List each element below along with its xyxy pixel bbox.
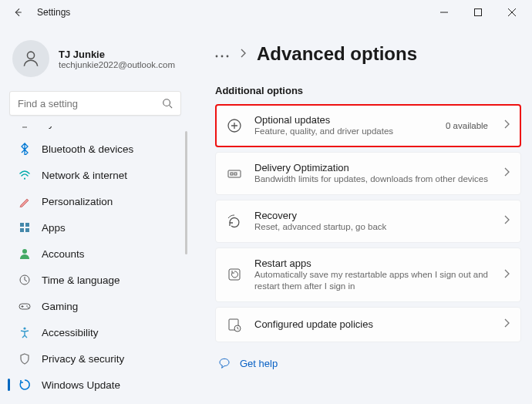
policy-icon xyxy=(227,317,242,332)
sidebar-item-person[interactable]: Accounts xyxy=(6,241,181,267)
search-icon xyxy=(162,98,173,109)
avatar xyxy=(12,40,49,77)
option-title: Configured update policies xyxy=(254,318,491,330)
breadcrumb: Advanced options xyxy=(215,43,521,65)
svg-rect-6 xyxy=(25,223,29,227)
maximize-button[interactable] xyxy=(461,1,495,24)
sidebar-item-wifi[interactable]: Network & internet xyxy=(6,162,181,188)
sidebar-item-brush[interactable]: Personalization xyxy=(6,188,181,214)
clock-icon xyxy=(19,274,31,286)
option-restart[interactable]: Restart appsAutomatically save my restar… xyxy=(215,247,521,302)
option-policy[interactable]: Configured update policies xyxy=(215,307,521,342)
option-title: Restart apps xyxy=(254,258,491,269)
close-icon xyxy=(508,8,516,16)
option-desc: Automatically save my restartable apps w… xyxy=(254,269,491,292)
page-title: Advanced options xyxy=(257,43,417,65)
sidebar-item-label: Time & language xyxy=(42,274,120,286)
bluetooth-icon xyxy=(19,143,31,155)
svg-rect-0 xyxy=(475,9,482,16)
chevron-right-icon xyxy=(503,318,510,330)
options-list: Optional updatesFeature, quality, and dr… xyxy=(215,104,521,342)
sidebar-item-apps[interactable]: Apps xyxy=(6,214,181,241)
chevron-right-icon xyxy=(503,167,510,179)
option-desc: Feature, quality, and driver updates xyxy=(254,126,433,137)
svg-point-17 xyxy=(227,55,229,57)
sidebar-scrollbar[interactable] xyxy=(185,131,187,254)
sidebar-item-label: Gaming xyxy=(42,301,78,312)
svg-point-2 xyxy=(163,99,170,106)
option-delivery[interactable]: Delivery OptimizationBandwidth limits fo… xyxy=(215,152,521,195)
sidebar-item-label: Bluetooth & devices xyxy=(42,143,133,155)
option-title: Optional updates xyxy=(254,114,433,126)
sidebar-item-label: Apps xyxy=(42,222,66,234)
chevron-right-icon xyxy=(503,120,510,131)
accessibility-icon xyxy=(19,326,31,338)
wifi-icon xyxy=(19,169,31,181)
back-button[interactable] xyxy=(8,2,28,22)
svg-rect-8 xyxy=(25,228,29,232)
svg-point-16 xyxy=(221,55,224,57)
close-button[interactable] xyxy=(495,1,529,24)
sidebar-item-accessibility[interactable]: Accessibility xyxy=(6,319,181,345)
main-panel: Advanced options Additional options Opti… xyxy=(189,25,532,404)
svg-point-15 xyxy=(216,55,218,57)
person-icon xyxy=(19,247,31,260)
svg-point-13 xyxy=(28,307,29,308)
sidebar-item-system[interactable]: System xyxy=(6,126,181,136)
chevron-right-icon xyxy=(503,269,510,281)
nav-list: SystemBluetooth & devicesNetwork & inter… xyxy=(6,126,189,404)
option-recovery[interactable]: RecoveryReset, advanced startup, go back xyxy=(215,200,521,243)
minimize-button[interactable] xyxy=(427,1,461,24)
plus-icon xyxy=(227,118,242,133)
user-name: TJ Junkie xyxy=(59,49,175,60)
sidebar-item-label: Windows Update xyxy=(42,379,120,391)
sidebar-item-game[interactable]: Gaming xyxy=(6,293,181,319)
person-icon xyxy=(21,49,41,69)
apps-icon xyxy=(19,221,31,234)
svg-point-4 xyxy=(24,178,25,180)
sidebar-item-clock[interactable]: Time & language xyxy=(6,267,181,293)
section-label: Additional options xyxy=(215,85,521,96)
user-email: techjunkie2022@outlook.com xyxy=(59,60,175,69)
titlebar: Settings xyxy=(0,0,532,25)
sidebar-item-label: Network & internet xyxy=(42,170,127,181)
game-icon xyxy=(19,300,31,312)
sidebar-item-update[interactable]: Windows Update xyxy=(6,372,181,398)
sidebar-item-bluetooth[interactable]: Bluetooth & devices xyxy=(6,136,181,162)
option-desc: Bandwidth limits for updates, downloads … xyxy=(254,173,491,185)
sidebar-item-label: System xyxy=(42,126,76,129)
system-icon xyxy=(19,126,31,129)
sidebar-item-label: Accounts xyxy=(42,248,85,260)
get-help[interactable]: Get help xyxy=(215,358,521,370)
option-status: 0 available xyxy=(446,121,488,130)
delivery-icon xyxy=(227,166,242,181)
recovery-icon xyxy=(227,214,242,229)
svg-point-12 xyxy=(26,305,28,307)
window-title: Settings xyxy=(37,7,70,18)
svg-rect-5 xyxy=(20,223,24,227)
sidebar-item-label: Personalization xyxy=(42,196,113,207)
search-box[interactable] xyxy=(9,91,181,116)
minimize-icon xyxy=(440,8,448,16)
dots-icon xyxy=(215,54,229,59)
get-help-link[interactable]: Get help xyxy=(240,358,278,369)
arrow-left-icon xyxy=(12,7,23,18)
option-desc: Reset, advanced startup, go back xyxy=(254,221,491,233)
chevron-right-icon xyxy=(503,215,510,227)
shield-icon xyxy=(19,352,31,365)
svg-rect-7 xyxy=(20,228,24,232)
user-profile[interactable]: TJ Junkie techjunkie2022@outlook.com xyxy=(6,32,189,91)
update-icon xyxy=(19,379,31,391)
chevron-right-icon xyxy=(240,49,246,60)
breadcrumb-more[interactable] xyxy=(215,46,229,62)
help-icon xyxy=(218,358,231,370)
svg-point-1 xyxy=(27,52,34,59)
svg-rect-21 xyxy=(234,173,237,175)
option-plus[interactable]: Optional updatesFeature, quality, and dr… xyxy=(215,104,521,147)
search-input[interactable] xyxy=(18,98,162,109)
sidebar-item-label: Privacy & security xyxy=(42,353,124,365)
svg-point-9 xyxy=(22,249,27,254)
maximize-icon xyxy=(474,8,482,16)
svg-rect-11 xyxy=(19,304,30,309)
sidebar-item-shield[interactable]: Privacy & security xyxy=(6,345,181,372)
